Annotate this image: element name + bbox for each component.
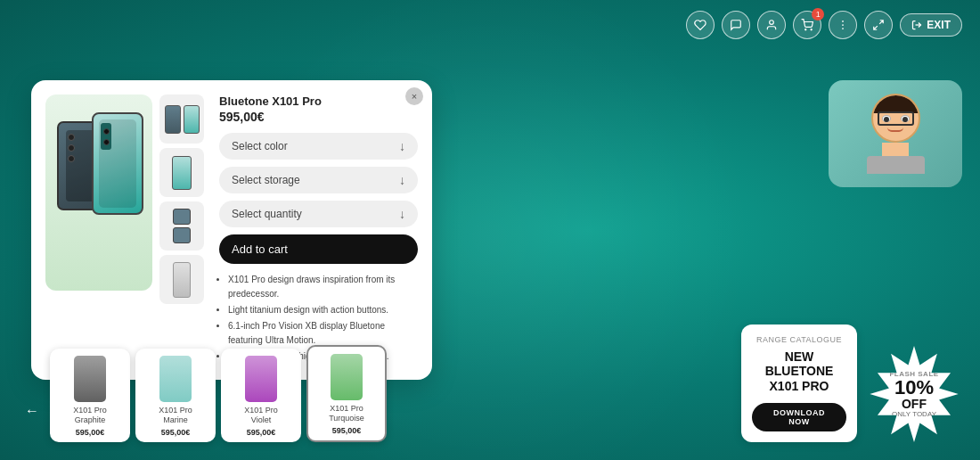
strip-name-violet: X101 ProViolet [244,406,278,426]
catalogue-card: RANGE CATALOGUE NEW BLUETONE X101 PRO DO… [741,324,857,442]
select-quantity-label: Select quantity [232,208,302,220]
wishlist-button[interactable] [686,11,715,39]
select-quantity-dropdown[interactable]: Select quantity ↓ [219,201,418,227]
product-main-image [45,94,152,291]
svg-point-4 [842,24,844,26]
thumbnail-2[interactable] [159,148,204,197]
strip-item-graphite[interactable]: X101 ProGraphite 595,00€ [50,349,130,442]
download-button[interactable]: DOWNLOAD NOW [752,403,846,431]
strip-name-turquoise: X101 ProTurquoise [329,404,364,424]
svg-point-1 [805,29,806,30]
product-images [45,94,208,366]
strip-phone-graphite [74,356,106,402]
flash-sale-content: FLASH SALE 10% OFF ONLY TODAY [889,370,938,418]
thumbnail-4[interactable] [159,255,204,304]
thumbnail-1[interactable] [159,94,204,144]
exit-label: EXIT [927,19,951,31]
cart-button[interactable]: 1 [793,11,821,39]
flash-sale-today: ONLY TODAY [892,410,936,418]
product-card: × [31,80,432,380]
catalogue-label: RANGE CATALOGUE [752,335,846,344]
strip-item-marine[interactable]: X101 ProMarine 595,00€ [135,349,216,442]
product-price: 595,00€ [219,110,418,124]
strip-item-turquoise[interactable]: X101 ProTurquoise 595,00€ [306,345,387,442]
top-bar: 1 EXIT [686,11,962,39]
flash-sale-off: OFF [902,398,927,410]
avatar-thumbnail [829,80,962,187]
product-thumbnails [159,94,208,366]
product-info: Bluetone X101 Pro 595,00€ Select color ↓… [219,94,418,366]
product-title: Bluetone X101 Pro [219,94,418,108]
cart-badge: 1 [812,8,824,21]
svg-point-2 [811,29,812,30]
chevron-down-icon: ↓ [399,139,405,153]
svg-point-3 [842,21,844,22]
svg-point-5 [842,28,844,29]
strip-phone-marine [159,356,192,402]
screen-button[interactable] [864,11,893,39]
exit-button[interactable]: EXIT [900,13,962,37]
select-color-label: Select color [232,140,288,152]
promo-area: RANGE CATALOGUE NEW BLUETONE X101 PRO DO… [741,324,962,442]
flash-sale-percent: 10% [894,378,934,398]
flash-sale-bg: FLASH SALE 10% OFF ONLY TODAY [866,346,962,442]
feature-3: 6.1-inch Pro Vision XB display Bluetone … [228,319,418,348]
strip-price-graphite: 595,00€ [76,428,105,437]
catalogue-title: NEW BLUETONE X101 PRO [752,349,846,394]
strip-phone-turquoise [331,354,363,400]
strip-item-violet[interactable]: X101 ProViolet 595,00€ [221,349,301,442]
product-strip: ← X101 ProGraphite 595,00€ X101 ProMarin… [20,345,387,442]
thumbnail-3[interactable] [159,201,204,251]
svg-point-0 [770,21,774,25]
select-storage-label: Select storage [232,174,300,186]
strip-price-violet: 595,00€ [247,428,276,437]
strip-price-turquoise: 595,00€ [332,426,362,435]
feature-1: X101 Pro design draws inspiration from i… [228,273,418,301]
more-button[interactable] [829,11,857,39]
strip-phone-violet [245,356,277,402]
chat-button[interactable] [722,11,750,39]
strip-name-graphite: X101 ProGraphite [73,406,107,426]
user-button[interactable] [757,11,786,39]
strip-arrow-left[interactable]: ← [20,380,45,442]
select-storage-dropdown[interactable]: Select storage ↓ [219,167,418,193]
chevron-down-icon-3: ↓ [399,207,405,221]
add-to-cart-button[interactable]: Add to cart [219,234,418,264]
strip-price-marine: 595,00€ [161,428,191,437]
flash-sale-card: FLASH SALE 10% OFF ONLY TODAY [866,346,962,442]
close-button[interactable]: × [405,87,423,105]
strip-name-marine: X101 ProMarine [159,406,192,426]
feature-2: Light titanium design with action button… [228,303,418,317]
chevron-down-icon-2: ↓ [399,173,405,187]
select-color-dropdown[interactable]: Select color ↓ [219,133,418,160]
